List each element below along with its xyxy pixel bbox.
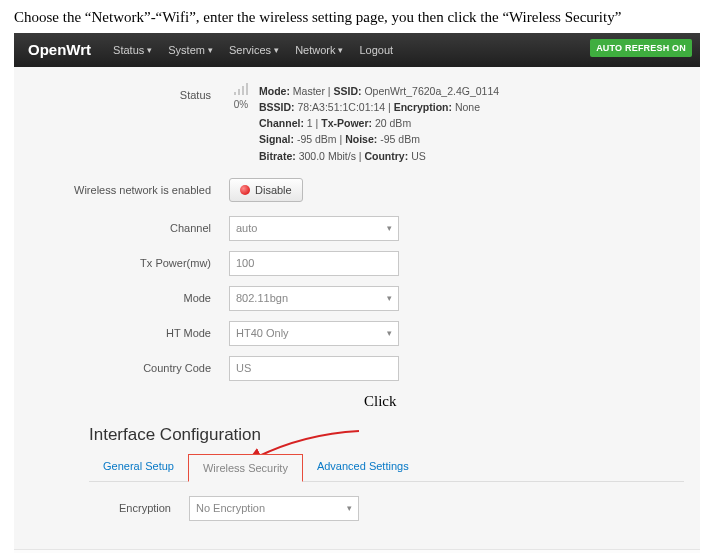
bit-val: 300.0 Mbit/s <box>299 150 356 162</box>
chevron-down-icon: ▾ <box>387 293 392 303</box>
channel-label: Channel <box>14 216 229 234</box>
nav-system[interactable]: System▾ <box>160 33 221 67</box>
iface-config-title: Interface Configuration <box>14 417 700 453</box>
nav-logout-label: Logout <box>359 44 393 56</box>
mode-lbl: Mode: <box>259 85 290 97</box>
disable-button-label: Disable <box>255 184 292 196</box>
noise-val: -95 dBm <box>380 133 420 145</box>
caret-icon: ▾ <box>274 45 279 55</box>
bit-lbl: Bitrate: <box>259 150 296 162</box>
nav-system-label: System <box>168 44 205 56</box>
nav-status-label: Status <box>113 44 144 56</box>
ch-lbl: Channel: <box>259 117 304 129</box>
enc-lbl: Encryption: <box>394 101 452 113</box>
brand-logo: OpenWrt <box>28 41 91 58</box>
htmode-select[interactable]: HT40 Only ▾ <box>229 321 399 346</box>
channel-select[interactable]: auto ▾ <box>229 216 399 241</box>
mode-label: Mode <box>14 286 229 304</box>
caret-icon: ▾ <box>338 45 343 55</box>
txp-val: 20 dBm <box>375 117 411 129</box>
nav-status[interactable]: Status▾ <box>105 33 160 67</box>
chevron-down-icon: ▾ <box>347 503 352 513</box>
tab-advanced-settings[interactable]: Advanced Settings <box>303 453 423 481</box>
click-annotation: Click <box>364 393 397 410</box>
cty-val: US <box>411 150 426 162</box>
svg-rect-2 <box>242 86 244 95</box>
disable-icon <box>240 185 250 195</box>
mode-value: 802.11bgn <box>236 292 288 304</box>
wnet-label: Wireless network is enabled <box>14 178 229 196</box>
doc-intro: Choose the “Network”-“Wifi”, enter the w… <box>0 0 714 33</box>
svg-rect-0 <box>234 92 236 95</box>
encryption-value: No Encryption <box>196 502 265 514</box>
sig-val: -95 dBm <box>297 133 337 145</box>
footer-actions: Save & Apply Save Reset <box>14 549 700 553</box>
ssid-lbl: SSID: <box>334 85 362 97</box>
mode-val: Master <box>293 85 325 97</box>
cc-label: Country Code <box>14 356 229 374</box>
mode-select[interactable]: 802.11bgn ▾ <box>229 286 399 311</box>
noise-lbl: Noise: <box>345 133 377 145</box>
nav-services[interactable]: Services▾ <box>221 33 287 67</box>
signal-pct: 0% <box>234 99 248 110</box>
ch-val: 1 <box>307 117 313 129</box>
encryption-select[interactable]: No Encryption ▾ <box>189 496 359 521</box>
signal-icon <box>229 83 253 95</box>
tab-general-setup[interactable]: General Setup <box>89 453 188 481</box>
htmode-value: HT40 Only <box>236 327 289 339</box>
tab-wireless-security[interactable]: Wireless Security <box>188 454 303 482</box>
svg-rect-3 <box>246 83 248 95</box>
ssid-val: OpenWrt_7620a_2.4G_0114 <box>364 85 499 97</box>
nav-services-label: Services <box>229 44 271 56</box>
topbar: OpenWrt Status▾ System▾ Services▾ Networ… <box>14 33 700 67</box>
encryption-label: Encryption <box>14 496 189 514</box>
nav-network[interactable]: Network▾ <box>287 33 351 67</box>
status-block: 0% Mode: Master | SSID: OpenWrt_7620a_2.… <box>229 83 499 164</box>
txpower-input[interactable] <box>229 251 399 276</box>
svg-rect-1 <box>238 89 240 95</box>
iface-tabs: General Setup Wireless Security Advanced… <box>89 453 684 482</box>
txp-lbl: Tx-Power: <box>321 117 372 129</box>
chevron-down-icon: ▾ <box>387 223 392 233</box>
caret-icon: ▾ <box>208 45 213 55</box>
cty-lbl: Country: <box>364 150 408 162</box>
nav-logout[interactable]: Logout <box>351 33 401 67</box>
caret-icon: ▾ <box>147 45 152 55</box>
txpower-label: Tx Power(mw) <box>14 251 229 269</box>
chevron-down-icon: ▾ <box>387 328 392 338</box>
bssid-val: 78:A3:51:1C:01:14 <box>298 101 386 113</box>
disable-button[interactable]: Disable <box>229 178 303 202</box>
auto-refresh-badge[interactable]: AUTO REFRESH ON <box>590 39 692 57</box>
nav-network-label: Network <box>295 44 335 56</box>
enc-val: None <box>455 101 480 113</box>
htmode-label: HT Mode <box>14 321 229 339</box>
channel-value: auto <box>236 222 257 234</box>
status-label: Status <box>14 83 229 101</box>
sig-lbl: Signal: <box>259 133 294 145</box>
cc-input[interactable] <box>229 356 399 381</box>
bssid-lbl: BSSID: <box>259 101 295 113</box>
